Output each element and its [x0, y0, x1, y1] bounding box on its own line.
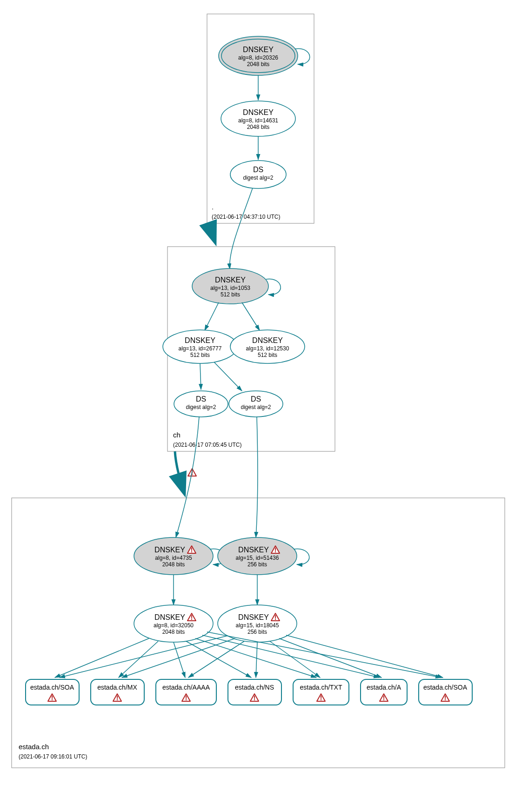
svg-text:2048 bits: 2048 bits	[162, 561, 185, 568]
edge-n12-r5	[270, 641, 320, 678]
edge-n11-r7	[207, 632, 441, 678]
dnskey-estada-ksk-4735: DNSKEY alg=8, id=4735 2048 bits	[134, 537, 226, 575]
ds-ch-1: DS digest alg=2	[174, 391, 228, 417]
svg-text:alg=8, id=4735: alg=8, id=4735	[155, 555, 192, 561]
svg-text:estada.ch/SOA: estada.ch/SOA	[30, 684, 74, 691]
rrset-ns: estada.ch/NS	[228, 679, 281, 705]
svg-text:alg=13, id=1053: alg=13, id=1053	[210, 285, 250, 291]
dnskey-ch-ksk: DNSKEY alg=13, id=1053 512 bits	[192, 268, 281, 304]
svg-text:estada.ch/A: estada.ch/A	[367, 684, 401, 691]
rrset-aaaa: estada.ch/AAAA	[156, 679, 216, 705]
svg-text:DNSKEY: DNSKEY	[185, 336, 215, 344]
svg-text:alg=13, id=12530: alg=13, id=12530	[246, 345, 289, 352]
edge-n4-n5	[205, 302, 219, 330]
svg-text:digest alg=2: digest alg=2	[241, 404, 271, 410]
edge-n11-r4	[186, 641, 251, 678]
svg-text:alg=8, id=14631: alg=8, id=14631	[238, 117, 278, 124]
svg-text:256 bits: 256 bits	[247, 629, 267, 635]
svg-text:estada.ch/TXT: estada.ch/TXT	[300, 684, 342, 691]
edge-n12-r6	[279, 638, 381, 678]
svg-text:DNSKEY: DNSKEY	[238, 546, 269, 554]
zone-root-ts: (2021-06-17 04:37:10 UTC)	[212, 214, 280, 220]
svg-text:256 bits: 256 bits	[247, 561, 267, 568]
edge-n8-n10	[256, 417, 258, 537]
zone-ch-label: ch	[173, 431, 181, 439]
svg-text:alg=8, id=20326: alg=8, id=20326	[238, 54, 278, 61]
edge-n12-r1	[60, 636, 228, 678]
svg-text:DNSKEY: DNSKEY	[243, 108, 274, 116]
edge-n11-r1	[55, 638, 149, 678]
svg-text:512 bits: 512 bits	[221, 291, 240, 298]
edge-n12-r3	[188, 641, 244, 678]
svg-text:DNSKEY: DNSKEY	[252, 336, 283, 344]
edge-ch-to-estada	[175, 451, 184, 493]
edge-n12-r4	[256, 642, 257, 678]
svg-text:DNSKEY: DNSKEY	[243, 46, 274, 54]
ds-root: DS digest alg=2	[230, 161, 286, 188]
dnssec-diagram: ! . (2021-06-17 04:37:10 UTC) ch (2021-0…	[0, 0, 515, 812]
svg-text:DS: DS	[196, 395, 206, 403]
dnskey-root-ksk: DNSKEY alg=8, id=20326 2048 bits	[219, 36, 310, 75]
svg-text:estada.ch/NS: estada.ch/NS	[235, 684, 274, 691]
svg-text:512 bits: 512 bits	[258, 352, 277, 358]
zone-estada-ts: (2021-06-17 09:16:01 UTC)	[19, 753, 87, 760]
svg-text:DNSKEY: DNSKEY	[238, 613, 269, 621]
svg-text:DNSKEY: DNSKEY	[215, 276, 246, 284]
rrset-soa-1: estada.ch/SOA	[26, 679, 79, 705]
svg-text:estada.ch/SOA: estada.ch/SOA	[423, 684, 468, 691]
edge-n5-n8	[214, 362, 242, 391]
edge-n4-n6	[242, 302, 260, 330]
svg-text:alg=13, id=26777: alg=13, id=26777	[179, 345, 222, 352]
svg-text:DS: DS	[253, 166, 263, 174]
edge-n3-n4	[230, 188, 253, 269]
edge-n5-n7	[200, 363, 201, 389]
svg-text:DS: DS	[251, 395, 261, 403]
svg-text:alg=15, id=51436: alg=15, id=51436	[236, 555, 279, 561]
rrset-txt: estada.ch/TXT	[293, 679, 349, 705]
zone-ch-ts: (2021-06-17 07:05:45 UTC)	[173, 442, 241, 448]
ds-ch-2: DS digest alg=2	[229, 391, 283, 417]
svg-text:estada.ch/MX: estada.ch/MX	[97, 684, 137, 691]
dnskey-estada-zsk-32050: DNSKEY alg=8, id=32050 2048 bits	[134, 605, 213, 642]
dnskey-ch-zsk-26777: DNSKEY alg=13, id=26777 512 bits	[163, 330, 237, 363]
svg-text:512 bits: 512 bits	[190, 352, 210, 358]
svg-text:digest alg=2: digest alg=2	[186, 404, 216, 410]
svg-text:2048 bits: 2048 bits	[247, 61, 270, 67]
dnskey-estada-ksk-51436: DNSKEY alg=15, id=51436 256 bits	[218, 537, 309, 575]
rrset-a: estada.ch/A	[361, 679, 407, 705]
svg-text:2048 bits: 2048 bits	[247, 124, 270, 130]
svg-text:DNSKEY: DNSKEY	[154, 546, 185, 554]
svg-text:2048 bits: 2048 bits	[162, 629, 185, 635]
svg-text:DNSKEY: DNSKEY	[154, 613, 185, 621]
svg-text:alg=15, id=18045: alg=15, id=18045	[236, 622, 279, 629]
svg-text:alg=8, id=32050: alg=8, id=32050	[154, 622, 194, 629]
rrset-soa-2: estada.ch/SOA	[419, 679, 472, 705]
dnskey-root-zsk: DNSKEY alg=8, id=14631 2048 bits	[221, 101, 295, 136]
svg-text:digest alg=2: digest alg=2	[243, 174, 273, 181]
svg-text:estada.ch/AAAA: estada.ch/AAAA	[162, 684, 210, 691]
zone-estada-label: estada.ch	[19, 743, 49, 751]
zone-root-label: .	[212, 203, 214, 211]
dnskey-ch-zsk-12530: DNSKEY alg=13, id=12530 512 bits	[230, 330, 305, 363]
rrset-mx: estada.ch/MX	[91, 679, 144, 705]
edge-root-to-ch	[212, 223, 215, 242]
